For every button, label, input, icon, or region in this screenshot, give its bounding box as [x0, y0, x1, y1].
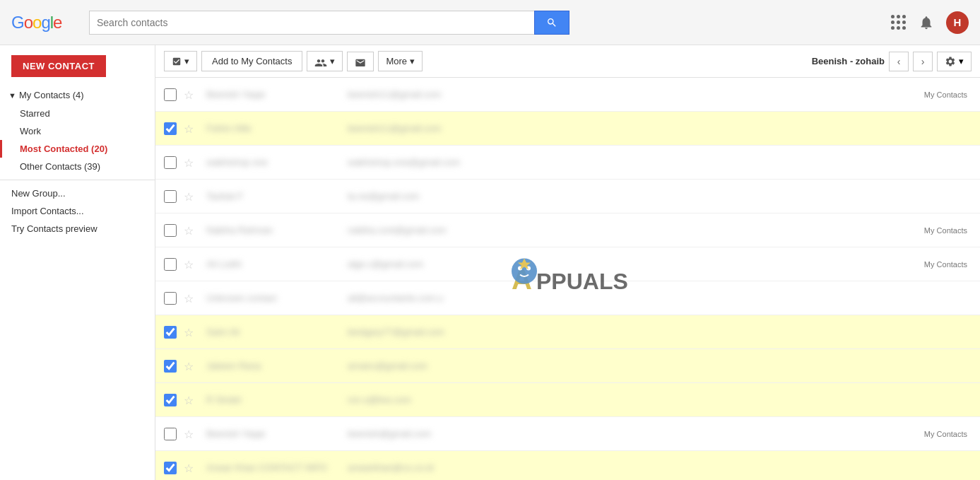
contact-checkbox[interactable]: [164, 394, 177, 406]
contact-name: Saim Ali: [206, 327, 348, 337]
contact-row[interactable]: ☆ Beenish Yaqar beenish11@gmail.com My C…: [155, 78, 980, 112]
group-dropdown-arrow: ▾: [330, 56, 335, 66]
logo-g: G: [11, 13, 24, 33]
add-to-contacts-button[interactable]: Add to My Contacts: [201, 51, 302, 71]
contact-email: ron.s@live.com: [348, 394, 972, 405]
topbar-right: H: [890, 11, 969, 34]
topbar: Google H: [0, 0, 980, 45]
contact-name-label: Beenish - zohaib: [812, 56, 885, 66]
contact-checkbox[interactable]: [164, 462, 177, 474]
contact-star-icon[interactable]: ☆: [184, 428, 196, 440]
sidebar-import-contacts[interactable]: Import Contacts...: [0, 202, 155, 220]
sidebar-item-other-contacts[interactable]: Other Contacts (39): [0, 158, 155, 175]
contact-star-icon[interactable]: ☆: [184, 190, 196, 203]
contact-row[interactable]: ☆ Fahim Allie beenish11@gmail.com: [155, 112, 980, 146]
contact-name: Beenish Yaqar: [206, 89, 348, 100]
sidebar-item-most-contacted[interactable]: Most Contacted (20): [0, 140, 155, 158]
select-all-button[interactable]: ▾: [164, 51, 197, 71]
contact-star-icon[interactable]: ☆: [184, 88, 196, 101]
contacts-container: ☆ Beenish Yaqar beenish11@gmail.com My C…: [155, 78, 980, 480]
contact-name: Unknown contact: [206, 293, 348, 303]
apps-icon[interactable]: [890, 14, 907, 31]
contact-star-icon[interactable]: ☆: [184, 292, 196, 305]
contact-email: bestgary77@gmail.com: [348, 327, 972, 337]
contact-row[interactable]: ☆ Nabiha Rahman nabiha.cont@gmail.com My…: [155, 213, 980, 247]
contact-row[interactable]: ☆ Beenish Yaqar beenish@gmail.com My Con…: [155, 417, 980, 451]
next-contact-button[interactable]: ›: [913, 52, 933, 71]
contact-checkbox[interactable]: [164, 88, 177, 101]
logo-o1: o: [24, 13, 33, 33]
contact-star-icon[interactable]: ☆: [184, 258, 196, 271]
settings-dropdown-arrow: ▾: [959, 56, 964, 66]
most-contacted-label: Most Contacted (20): [20, 144, 107, 154]
search-icon: [546, 17, 557, 28]
logo-g2: g: [41, 13, 49, 33]
contact-tag: My Contacts: [920, 225, 972, 236]
sidebar-item-my-contacts[interactable]: ▼ My Contacts (4): [0, 86, 155, 105]
contact-star-icon[interactable]: ☆: [184, 462, 196, 474]
contact-star-icon[interactable]: ☆: [184, 394, 196, 406]
my-contacts-label: My Contacts (4): [19, 90, 84, 100]
contact-checkbox[interactable]: [164, 258, 177, 271]
mail-button[interactable]: [347, 52, 374, 71]
main-layout: NEW CONTACT ▼ My Contacts (4) Starred Wo…: [0, 45, 980, 480]
contact-row[interactable]: ☆ Tazkiat F ta.ne@gmail.com: [155, 180, 980, 213]
contact-email: wakhishop.one@gmail.com: [348, 157, 972, 168]
logo-o2: o: [33, 13, 41, 33]
more-label: More: [386, 56, 407, 66]
contact-row[interactable]: ☆ Jabeen Rana arnairu@gmail.com: [155, 349, 980, 383]
contact-checkbox[interactable]: [164, 122, 177, 135]
contact-checkbox[interactable]: [164, 326, 177, 339]
contacts-list[interactable]: A PPUALS ☆ Beenish Yaqar beenish11@gmail…: [155, 78, 980, 480]
contact-checkbox[interactable]: [164, 292, 177, 305]
contact-row[interactable]: ☆ R Sindel ron.s@live.com: [155, 383, 980, 417]
contact-name: Ali Lodhi: [206, 259, 348, 269]
sidebar-item-work[interactable]: Work: [0, 122, 155, 140]
contact-email: beenish@gmail.com: [348, 428, 914, 439]
contact-star-icon[interactable]: ☆: [184, 326, 196, 339]
contact-email: beenish11@gmail.com: [348, 89, 914, 100]
contact-checkbox[interactable]: [164, 190, 177, 203]
contact-star-icon[interactable]: ☆: [184, 224, 196, 237]
search-button[interactable]: [534, 11, 569, 35]
notifications-icon[interactable]: [918, 14, 935, 31]
prev-contact-button[interactable]: ‹: [889, 52, 909, 71]
search-bar: [89, 11, 569, 35]
contact-tag: My Contacts: [920, 428, 972, 440]
sidebar-item-starred[interactable]: Starred: [0, 105, 155, 122]
group-button[interactable]: ▾: [307, 51, 343, 71]
contact-row[interactable]: ☆ Ali Lodhi alge.c@gmail.com My Contacts: [155, 247, 980, 281]
settings-button[interactable]: ▾: [937, 52, 972, 71]
contact-name: Tazkiat F: [206, 191, 348, 201]
contact-email: all@accountants.com.u: [348, 293, 972, 303]
contact-star-icon[interactable]: ☆: [184, 360, 196, 373]
search-input[interactable]: [89, 11, 534, 35]
contact-row[interactable]: ☆ Anwar Khan CONTACT INFO anwarkhan@co.c…: [155, 451, 980, 480]
sidebar-try-contacts-preview[interactable]: Try Contacts preview: [0, 220, 155, 238]
contact-email: beenish11@gmail.com: [348, 123, 972, 134]
contact-name: Nabiha Rahman: [206, 225, 348, 235]
contact-name: Jabeen Rana: [206, 361, 348, 371]
toolbar-right: Beenish - zohaib ‹ › ▾: [812, 52, 972, 71]
work-label: Work: [20, 126, 41, 136]
contact-row[interactable]: ☆ Saim Ali bestgary77@gmail.com: [155, 315, 980, 349]
more-button[interactable]: More ▾: [378, 51, 423, 71]
google-logo: Google: [11, 13, 75, 33]
contact-checkbox[interactable]: [164, 428, 177, 440]
sidebar-new-group[interactable]: New Group...: [0, 185, 155, 202]
contact-checkbox[interactable]: [164, 360, 177, 373]
contact-checkbox[interactable]: [164, 224, 177, 237]
contact-name: Beenish Yaqar: [206, 428, 348, 439]
contact-star-icon[interactable]: ☆: [184, 156, 196, 169]
contact-checkbox[interactable]: [164, 156, 177, 169]
new-contact-button[interactable]: NEW CONTACT: [11, 55, 106, 77]
user-avatar[interactable]: H: [946, 11, 969, 34]
contact-row[interactable]: ☆ Unknown contact all@accountants.com.u: [155, 281, 980, 315]
contact-email: ta.ne@gmail.com: [348, 191, 972, 201]
sidebar-divider: [0, 180, 155, 180]
starred-label: Starred: [20, 108, 50, 119]
contact-email: arnairu@gmail.com: [348, 361, 972, 371]
contact-star-icon[interactable]: ☆: [184, 122, 196, 135]
try-contacts-preview-label: Try Contacts preview: [11, 223, 98, 234]
contact-row[interactable]: ☆ wakhishop one wakhishop.one@gmail.com: [155, 146, 980, 180]
